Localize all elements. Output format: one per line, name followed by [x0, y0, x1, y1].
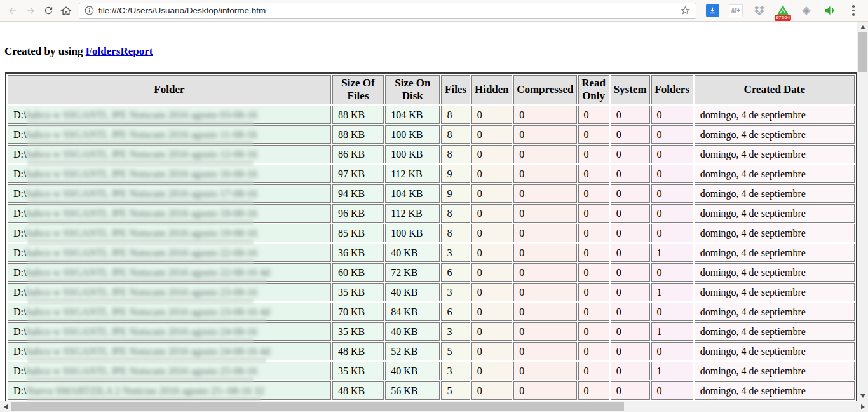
- compressed-cell: 0: [513, 106, 576, 124]
- redaction-smear: [27, 338, 253, 343]
- drive-prefix: D:\: [13, 385, 26, 396]
- scroll-up-arrow[interactable]: [857, 22, 868, 32]
- folders-cell: 0: [651, 381, 693, 400]
- created-cell: domingo, 4 de septiembre: [695, 263, 855, 282]
- compressed-cell: 0: [513, 362, 576, 380]
- scroll-left-arrow[interactable]: [0, 401, 11, 412]
- horizontal-scrollbar-thumb[interactable]: [11, 402, 624, 411]
- files-cell: 3: [441, 244, 470, 262]
- page-info-icon[interactable]: [85, 6, 94, 15]
- forward-button[interactable]: [22, 2, 39, 20]
- read-only-cell: 0: [578, 224, 609, 242]
- read-only-cell: 0: [578, 342, 609, 360]
- address-bar[interactable]: file:///C:/Users/Usuario/Desktop/informe…: [79, 3, 696, 19]
- redacted-folder-path: habco w SSGANTL JPE Notscam 2016 agosto …: [26, 287, 257, 298]
- redacted-folder-path: habco w SSGANTL JPE Notscam 2016 agosto …: [26, 129, 257, 140]
- table-row: D:\habco w SSGANTL JPE Notscam 2016 agos…: [8, 244, 855, 262]
- read-only-cell: 0: [578, 322, 609, 341]
- drive-prefix: D:\: [13, 306, 26, 317]
- horizontal-scrollbar[interactable]: [0, 401, 868, 412]
- compressed-cell: 0: [513, 381, 576, 400]
- size-of-files-cell: 85 KB: [332, 224, 384, 242]
- reload-button[interactable]: [39, 2, 57, 20]
- files-cell: 8: [441, 125, 470, 144]
- diamond-extension-icon[interactable]: [798, 3, 815, 19]
- compressed-cell: 0: [513, 184, 576, 203]
- triangle-extension-icon[interactable]: 97364: [775, 3, 791, 19]
- url-text[interactable]: file:///C:/Users/Usuario/Desktop/informe…: [98, 6, 680, 15]
- size-on-disk-cell: 112 KB: [385, 204, 440, 223]
- size-of-files-cell: 48 KB: [332, 381, 384, 400]
- report-table-body: D:\habco w SSGANTL JPE Notscam 2016 agos…: [8, 106, 855, 400]
- compressed-cell: 0: [513, 263, 576, 282]
- files-cell: 3: [441, 322, 470, 341]
- redaction-smear: [27, 357, 266, 363]
- table-row: D:\habco w SSGANTL JPE Notscam 2016 agos…: [8, 106, 855, 124]
- drive-prefix: D:\: [13, 346, 26, 357]
- download-manager-extension-icon[interactable]: [704, 3, 721, 19]
- folder-path-cell: D:\habco w SSGANTL JPE Notscam 2016 agos…: [8, 263, 331, 282]
- drive-prefix: D:\: [13, 208, 26, 219]
- folder-path-cell: D:\habco w SSGANTL JPE Notscam 2016 agos…: [8, 125, 331, 144]
- size-on-disk-cell: 40 KB: [385, 322, 440, 341]
- created-cell: domingo, 4 de septiembre: [695, 125, 855, 144]
- dropbox-extension-icon[interactable]: [751, 3, 768, 19]
- scroll-right-arrow[interactable]: [857, 401, 868, 412]
- size-of-files-cell: 35 KB: [332, 283, 384, 301]
- mplus-extension-icon[interactable]: M+: [728, 3, 744, 19]
- folders-cell: 0: [651, 263, 693, 282]
- files-cell: 6: [441, 263, 470, 282]
- back-button[interactable]: [4, 2, 22, 20]
- read-only-cell: 0: [578, 145, 609, 163]
- foldersreport-link[interactable]: FoldersReport: [86, 45, 153, 57]
- table-row: D:\habco w SSGANTL JPE Notscam 2016 agos…: [8, 322, 855, 341]
- compressed-cell: 0: [513, 145, 576, 163]
- table-row: D:\habco w SSGANTL JPE Notscam 2016 agos…: [8, 362, 855, 380]
- column-header-created: Created Date: [695, 75, 855, 104]
- system-cell: 0: [611, 106, 650, 124]
- hidden-cell: 0: [471, 224, 513, 242]
- system-cell: 0: [611, 381, 650, 400]
- files-cell: 8: [441, 145, 470, 163]
- scroll-down-arrow[interactable]: [857, 390, 868, 401]
- speaker-extension-icon[interactable]: [822, 3, 838, 19]
- column-header-read_only: Read Only: [578, 75, 609, 104]
- table-row: D:\habco w SSGANTL JPE Notscam 2016 agos…: [8, 145, 855, 163]
- extension-badge-count: 97364: [775, 15, 791, 21]
- extension-area: M+ 97364: [702, 3, 864, 19]
- folder-path-cell: D:\habco w SSGANTL JPE Notscam 2016 agos…: [8, 303, 331, 321]
- hidden-cell: 0: [471, 184, 513, 203]
- redacted-folder-path: habco w SSGANTL JPE Notscam 2016 agosto …: [26, 168, 257, 179]
- hidden-cell: 0: [471, 381, 513, 400]
- size-on-disk-cell: 100 KB: [385, 125, 440, 144]
- vertical-scrollbar-thumb[interactable]: [858, 32, 867, 72]
- files-cell: 8: [441, 204, 470, 223]
- column-header-compressed: Compressed: [513, 75, 576, 104]
- compressed-cell: 0: [513, 165, 576, 183]
- read-only-cell: 0: [578, 303, 609, 321]
- folders-cell: 0: [651, 125, 693, 144]
- folder-path-cell: D:\habco w SSGANTL JPE Notscam 2016 agos…: [8, 184, 331, 203]
- table-row: D:\habco w SSGANTL JPE Notscam 2016 agos…: [8, 263, 855, 282]
- redacted-folder-path: habco w SSGANTL JPE Notscam 2016 agosto …: [26, 228, 257, 238]
- size-on-disk-cell: 84 KB: [385, 303, 440, 321]
- read-only-cell: 0: [578, 244, 609, 262]
- home-button[interactable]: [57, 2, 75, 20]
- created-cell: domingo, 4 de septiembre: [695, 224, 855, 242]
- drive-prefix: D:\: [13, 188, 26, 199]
- size-on-disk-cell: 40 KB: [385, 362, 440, 380]
- size-on-disk-cell: 112 KB: [385, 165, 440, 183]
- size-of-files-cell: 35 KB: [332, 322, 384, 341]
- folders-cell: 1: [651, 244, 693, 262]
- size-of-files-cell: 35 KB: [332, 362, 384, 380]
- system-cell: 0: [611, 165, 650, 183]
- column-header-folders: Folders: [651, 75, 693, 104]
- compressed-cell: 0: [513, 224, 576, 242]
- files-cell: 5: [441, 342, 470, 360]
- vertical-scrollbar[interactable]: [857, 22, 868, 401]
- table-row: D:\Nueva SMARTZILA 2 Noticias 2016 agost…: [8, 381, 855, 400]
- browser-menu-button[interactable]: [845, 3, 862, 19]
- folder-path-cell: D:\habco w SSGANTL JPE Notscam 2016 agos…: [8, 342, 331, 360]
- bookmark-star-icon[interactable]: [680, 5, 691, 16]
- redaction-smear: [27, 219, 253, 225]
